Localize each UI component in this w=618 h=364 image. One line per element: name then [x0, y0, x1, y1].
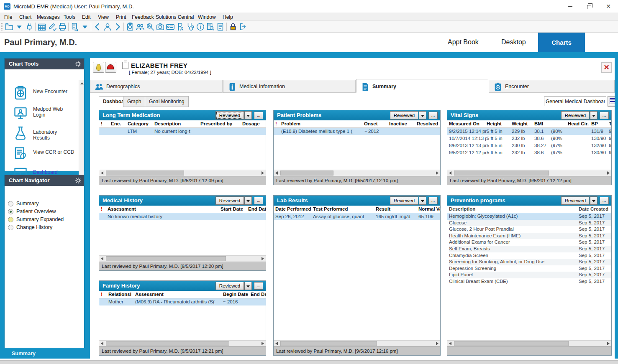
reviewed-button[interactable]: Reviewed — [215, 282, 244, 290]
sidebar-item-view-ccr-ccd[interactable]: View CCR or CCD — [5, 145, 74, 164]
table-row[interactable]: (E10.9) Diabetes mellitus type 1 (~ 2012 — [274, 128, 440, 135]
logout-icon[interactable] — [238, 22, 248, 32]
horizontal-scrollbar[interactable] — [447, 170, 611, 176]
dashboard-selector-button[interactable] — [608, 96, 615, 107]
lock-icon[interactable] — [228, 22, 238, 32]
tab-graph[interactable]: Graph — [123, 96, 145, 107]
table-row[interactable]: Depression ScreeningSep 5, 2017 — [449, 265, 611, 272]
menu-file[interactable]: File — [3, 13, 14, 21]
reviewed-button[interactable]: Reviewed — [215, 111, 244, 120]
open-chart-icon[interactable] — [4, 22, 14, 32]
table-row[interactable]: Sep 26, 2012Assay of glucose, quant165 m… — [274, 213, 440, 220]
previous-patient-icon[interactable] — [92, 22, 103, 32]
group-icon[interactable] — [135, 22, 145, 32]
dashboard-selector-input[interactable] — [544, 97, 606, 106]
reviewed-dropdown-button[interactable] — [419, 196, 426, 205]
sidebar-item-medpod-web-login[interactable]: Medpod Web Login — [5, 104, 74, 124]
table-row[interactable]: Clinical Breast Exam (CBE)Sep 5, 2017 — [449, 278, 611, 285]
scrollbar-thumb[interactable] — [106, 341, 229, 346]
table-row[interactable]: Health Maintenance Exam (HME)Sep 5, 2017 — [449, 233, 611, 239]
close-chart-button[interactable]: ✕ — [601, 62, 612, 73]
plug-icon[interactable] — [24, 22, 34, 32]
sign-icon[interactable] — [47, 22, 57, 32]
tab-appt-book[interactable]: Appt Book — [448, 38, 479, 46]
minimize-button[interactable] — [560, 0, 580, 13]
export-document-icon[interactable] — [70, 22, 80, 32]
toolbar-grip[interactable] — [1, 23, 3, 31]
print-chart-icon[interactable] — [57, 22, 67, 32]
calendar-icon[interactable] — [37, 22, 47, 32]
horizontal-scrollbar[interactable] — [274, 340, 440, 346]
search-patient-icon[interactable] — [145, 22, 155, 32]
more-button[interactable]: ... — [254, 112, 263, 119]
more-button[interactable]: ... — [600, 197, 609, 204]
id-card-icon[interactable] — [165, 22, 175, 32]
reviewed-button[interactable]: Reviewed — [390, 196, 418, 205]
table-row[interactable]: 9/5/2012 12:12 pr5 ft 5 in232 lb38.6(97%… — [449, 149, 611, 156]
reviewed-dropdown-button[interactable] — [590, 111, 597, 120]
horizontal-scrollbar[interactable] — [99, 340, 266, 346]
more-button[interactable]: ... — [428, 112, 438, 119]
table-row[interactable]: No known medical history — [99, 213, 266, 220]
gear-icon[interactable] — [75, 61, 82, 67]
menu-window[interactable]: Window — [196, 13, 218, 21]
encounter-clipboard-icon[interactable] — [125, 22, 135, 32]
menu-edit[interactable]: Edit — [80, 13, 92, 21]
tab-summary[interactable]: Summary — [356, 79, 488, 93]
reviewed-button[interactable]: Reviewed — [215, 196, 244, 205]
table-row[interactable]: 9/2/2015 12:14 pr5 ft 5 in229 lb38.1(90%… — [447, 128, 611, 135]
sidebar-item-new-encounter[interactable]: New Encounter — [5, 84, 74, 104]
restore-button[interactable] — [580, 0, 599, 13]
table-row[interactable]: LTMNo current long-t — [99, 128, 266, 135]
tab-medical-information[interactable]: Medical Information — [223, 80, 356, 93]
horizontal-scrollbar[interactable] — [99, 255, 266, 262]
table-row[interactable]: GlucoseSep 5, 2017 — [449, 220, 611, 227]
scrollbar-thumb[interactable] — [280, 171, 333, 176]
horizontal-scrollbar[interactable] — [447, 340, 611, 346]
next-patient-icon[interactable] — [113, 22, 123, 32]
audit-icon[interactable] — [205, 22, 215, 32]
close-button[interactable]: ✕ — [599, 0, 618, 13]
more-button[interactable]: ... — [600, 112, 609, 119]
gear-icon[interactable] — [75, 177, 82, 184]
menu-help[interactable]: Help — [221, 13, 235, 21]
more-button[interactable]: ... — [428, 197, 438, 204]
table-row[interactable]: Additional Exams for CancerSep 5, 2017 — [449, 239, 611, 246]
sidebar-scrollbar[interactable] — [79, 80, 84, 182]
camera-icon[interactable] — [155, 22, 165, 32]
table-row[interactable]: Glucose, 2 Hour Post PrandialSep 5, 2017 — [449, 226, 611, 233]
sidebar-item-laboratory-results[interactable]: Laboratory Results — [5, 125, 74, 144]
menu-chart[interactable]: Chart — [18, 13, 33, 21]
stethoscope-icon[interactable] — [185, 22, 195, 32]
patient-icon[interactable] — [103, 22, 113, 32]
table-row[interactable]: Self Exam, BreastsSep 5, 2017 — [449, 246, 611, 252]
reviewed-dropdown-button[interactable] — [590, 196, 597, 205]
table-row[interactable]: 10/7/2014 12:13 p5 ft 5 in232 lb38.6(90%… — [449, 135, 611, 142]
scrollbar-thumb[interactable] — [106, 171, 184, 176]
reviewed-dropdown-button[interactable] — [244, 111, 252, 120]
reviewed-button[interactable]: Reviewed — [561, 196, 590, 205]
menu-feedback[interactable]: Feedback — [130, 13, 156, 21]
menu-tools[interactable]: Tools — [62, 13, 77, 21]
sticky-note-button[interactable] — [93, 62, 104, 73]
menu-messages[interactable]: Messages — [35, 13, 62, 21]
dropdown-icon[interactable] — [14, 22, 24, 32]
reviewed-dropdown-button[interactable] — [244, 196, 252, 205]
table-row[interactable]: Hemoglobin; Glycosylated (A1c)Sep 5, 201… — [447, 213, 611, 220]
more-button[interactable]: ... — [254, 197, 263, 204]
dropdown-icon[interactable] — [80, 22, 90, 32]
scrollbar-thumb[interactable] — [280, 341, 377, 346]
document-icon[interactable] — [215, 22, 226, 32]
horizontal-scrollbar[interactable] — [99, 170, 266, 176]
tab-charts[interactable]: Charts — [538, 33, 585, 52]
reviewed-dropdown-button[interactable] — [244, 282, 252, 290]
reviewed-button[interactable]: Reviewed — [390, 111, 418, 120]
tab-encounter[interactable]: Encounter — [489, 80, 615, 93]
table-row[interactable]: Screening for Smoking, Alcohol, or Drug … — [449, 259, 611, 265]
reviewed-button[interactable]: Reviewed — [561, 111, 590, 120]
tab-desktop[interactable]: Desktop — [501, 38, 526, 46]
menu-view[interactable]: View — [96, 13, 110, 21]
reviewed-dropdown-button[interactable] — [419, 111, 426, 120]
horizontal-scrollbar[interactable] — [274, 170, 440, 176]
menu-solutions-central[interactable]: Solutions Central — [154, 13, 195, 21]
